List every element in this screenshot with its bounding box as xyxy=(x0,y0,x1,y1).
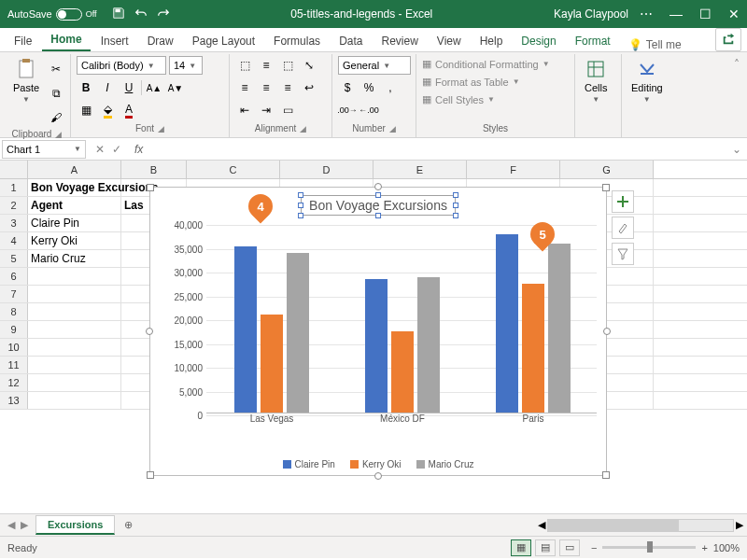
minimize-icon[interactable]: — xyxy=(669,7,683,21)
tab-format[interactable]: Format xyxy=(567,31,619,51)
confirm-formula-icon[interactable]: ✓ xyxy=(112,143,121,156)
cell[interactable] xyxy=(28,392,121,409)
sheet-tab-excursions[interactable]: Excursions xyxy=(35,515,115,535)
column-header[interactable]: F xyxy=(467,161,560,178)
alignment-launcher-icon[interactable]: ◢ xyxy=(300,124,306,133)
zoom-level[interactable]: 100% xyxy=(713,542,740,553)
row-header[interactable]: 12 xyxy=(0,374,28,391)
chart-handle[interactable] xyxy=(602,471,610,479)
tab-home[interactable]: Home xyxy=(42,29,90,51)
chart-handle[interactable] xyxy=(374,183,382,190)
paste-button[interactable]: Paste ▼ xyxy=(9,56,43,105)
align-center-icon[interactable]: ≡ xyxy=(257,78,275,97)
orientation-icon[interactable]: ⤡ xyxy=(300,56,318,75)
hscroll-left-icon[interactable]: ◀ xyxy=(538,519,545,531)
underline-button[interactable]: U xyxy=(120,78,138,97)
hscrollbar[interactable] xyxy=(547,519,734,532)
zoom-in-button[interactable]: + xyxy=(701,542,707,553)
font-size-combo[interactable]: 14▼ xyxy=(169,56,203,75)
number-format-combo[interactable]: General▼ xyxy=(338,56,411,75)
column-header[interactable]: E xyxy=(374,161,467,178)
chart-handle[interactable] xyxy=(146,328,153,335)
cancel-formula-icon[interactable]: ✕ xyxy=(95,143,105,156)
row-header[interactable]: 9 xyxy=(0,321,28,338)
font-launcher-icon[interactable]: ◢ xyxy=(158,124,164,133)
column-header[interactable]: C xyxy=(187,161,280,178)
column-header[interactable]: A xyxy=(28,161,121,178)
chart-bar[interactable] xyxy=(261,315,283,413)
view-page-layout-icon[interactable]: ▤ xyxy=(535,539,556,556)
collapse-ribbon-icon[interactable]: ˄ xyxy=(730,54,743,137)
row-header[interactable]: 1 xyxy=(0,179,28,196)
chart-filters-button[interactable] xyxy=(612,243,634,265)
cell[interactable] xyxy=(28,357,121,373)
align-bottom-icon[interactable]: ⬚ xyxy=(278,56,297,75)
cut-icon[interactable]: ✂ xyxy=(47,60,65,78)
name-box[interactable]: Chart 1▼ xyxy=(2,140,86,159)
cell[interactable] xyxy=(28,303,121,320)
row-header[interactable]: 2 xyxy=(0,197,28,214)
copy-icon[interactable]: ⧉ xyxy=(47,84,65,103)
tab-formulas[interactable]: Formulas xyxy=(265,31,329,51)
tab-review[interactable]: Review xyxy=(373,31,426,51)
column-header[interactable]: D xyxy=(280,161,374,178)
chart-handle[interactable] xyxy=(602,184,610,191)
tab-file[interactable]: File xyxy=(6,31,40,51)
accounting-format-icon[interactable]: $ xyxy=(338,78,357,97)
tell-me-search[interactable]: 💡 Tell me xyxy=(628,38,682,51)
redo-icon[interactable] xyxy=(157,7,170,22)
chart-handle[interactable] xyxy=(147,184,154,191)
share-button[interactable] xyxy=(715,28,741,51)
chart-elements-button[interactable] xyxy=(612,190,634,213)
chart-bar[interactable] xyxy=(234,246,257,413)
row-header[interactable]: 7 xyxy=(0,286,28,302)
view-normal-icon[interactable]: ▦ xyxy=(511,539,531,556)
tab-page-layout[interactable]: Page Layout xyxy=(184,31,263,51)
align-left-icon[interactable]: ≡ xyxy=(235,78,254,97)
zoom-slider[interactable] xyxy=(602,546,696,549)
row-header[interactable]: 5 xyxy=(0,250,28,267)
row-header[interactable]: 13 xyxy=(0,392,28,409)
row-header[interactable]: 10 xyxy=(0,339,28,356)
chart-legend[interactable]: Claire PinKerry OkiMario Cruz xyxy=(150,459,606,469)
chart-bar[interactable] xyxy=(417,277,440,413)
chart-bar[interactable] xyxy=(496,234,518,413)
maximize-icon[interactable]: ☐ xyxy=(699,7,712,21)
borders-icon[interactable]: ▦ xyxy=(77,101,95,119)
cell[interactable] xyxy=(28,286,121,302)
chart-handle[interactable] xyxy=(374,472,382,480)
tab-design[interactable]: Design xyxy=(513,31,564,51)
chart-bar[interactable] xyxy=(548,244,571,413)
cell[interactable] xyxy=(28,321,121,338)
font-family-combo[interactable]: Calibri (Body)▼ xyxy=(77,56,166,75)
autosave-toggle[interactable]: AutoSave Off xyxy=(7,8,97,21)
zoom-out-button[interactable]: − xyxy=(591,542,597,553)
format-painter-icon[interactable]: 🖌 xyxy=(47,108,65,127)
bold-button[interactable]: B xyxy=(77,78,95,97)
tab-insert[interactable]: Insert xyxy=(92,31,137,51)
font-color-icon[interactable]: A xyxy=(120,101,138,119)
select-all-corner[interactable] xyxy=(0,161,28,178)
view-page-break-icon[interactable]: ▭ xyxy=(559,539,580,556)
sheet-nav-prev-icon[interactable]: ◀ xyxy=(7,519,15,531)
align-top-icon[interactable]: ⬚ xyxy=(235,56,254,75)
tab-view[interactable]: View xyxy=(429,31,470,51)
user-name[interactable]: Kayla Claypool xyxy=(554,7,628,21)
cell[interactable] xyxy=(28,374,121,391)
ribbon-options-icon[interactable]: ⋯ xyxy=(640,7,653,21)
chart-title[interactable]: Bon Voyage Excursions xyxy=(301,195,456,216)
increase-decimal-icon[interactable]: .00→ xyxy=(338,101,357,119)
increase-font-icon[interactable]: A▲ xyxy=(145,78,163,97)
column-header[interactable]: B xyxy=(121,161,187,178)
merge-icon[interactable]: ▭ xyxy=(278,101,297,119)
row-header[interactable]: 8 xyxy=(0,303,28,320)
chart-handle[interactable] xyxy=(603,328,611,335)
chart-bar[interactable] xyxy=(365,279,388,413)
chart-bar[interactable] xyxy=(287,253,309,413)
cell[interactable] xyxy=(28,339,121,356)
decrease-indent-icon[interactable]: ⇤ xyxy=(235,101,254,119)
align-middle-icon[interactable]: ≡ xyxy=(257,56,275,75)
chart-bar[interactable] xyxy=(391,331,414,413)
editing-button[interactable]: Editing ▼ xyxy=(627,56,667,105)
cell[interactable]: Kerry Oki xyxy=(28,232,121,249)
